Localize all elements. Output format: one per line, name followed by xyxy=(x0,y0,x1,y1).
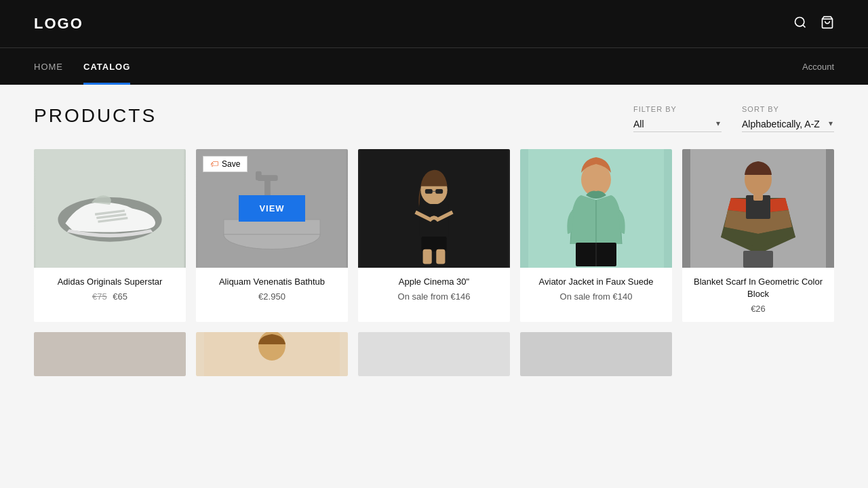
svg-rect-16 xyxy=(419,204,449,237)
filter-label: FILTER BY xyxy=(633,105,722,113)
nav-item-home[interactable]: HOME xyxy=(34,48,63,85)
product-info-4: Aviator Jacket in Faux Suede On sale fro… xyxy=(520,268,672,310)
sort-select[interactable]: Alphabetically, A-Z Alphabetically, Z-A … xyxy=(742,117,834,132)
product-image-4 xyxy=(520,149,672,268)
product-grid: Adidas Originals Superstar €75 €65 🏷 Sav… xyxy=(34,149,834,322)
product-image-7 xyxy=(196,332,348,376)
svg-rect-17 xyxy=(425,189,433,194)
bookmark-icon: 🏷 xyxy=(210,159,218,169)
product-name-4: Aviator Jacket in Faux Suede xyxy=(527,276,665,288)
save-badge[interactable]: 🏷 Save xyxy=(203,156,248,172)
svg-rect-32 xyxy=(743,251,773,268)
price-original-1: €75 xyxy=(92,291,107,302)
nav-account[interactable]: Account xyxy=(802,62,834,72)
product-card-1[interactable]: Adidas Originals Superstar €75 €65 xyxy=(34,149,186,322)
nav-links: HOME CATALOG xyxy=(34,48,130,85)
search-icon[interactable] xyxy=(793,16,807,33)
top-header: LOGO xyxy=(0,0,868,47)
svg-line-1 xyxy=(803,24,806,27)
product-price-4: On sale from €140 xyxy=(527,291,665,302)
product-card-2[interactable]: 🏷 Save VIEW Aliquam V xyxy=(196,149,348,322)
product-info-2: Aliquam Venenatis Bathtub €2.950 xyxy=(196,268,348,310)
sort-label: SORT BY xyxy=(742,105,834,113)
main-content: PRODUCTS FILTER BY All Men Women Accesso… xyxy=(0,85,868,488)
product-image-1 xyxy=(34,149,186,268)
view-button[interactable]: VIEW xyxy=(239,195,304,222)
product-image-6 xyxy=(34,332,186,376)
cart-icon[interactable] xyxy=(821,16,834,33)
product-image-8 xyxy=(358,332,510,376)
price-sale-5: €26 xyxy=(751,304,766,314)
product-image-3 xyxy=(358,149,510,268)
product-name-3: Apple Cinema 30" xyxy=(365,276,503,288)
product-price-1: €75 €65 xyxy=(41,291,179,302)
sort-select-wrapper: Alphabetically, A-Z Alphabetically, Z-A … xyxy=(742,117,834,132)
product-price-5: €26 xyxy=(689,304,827,314)
filter-select-wrapper: All Men Women Accessories xyxy=(633,117,722,132)
nav-item-catalog[interactable]: CATALOG xyxy=(83,48,130,85)
product-image-9 xyxy=(520,332,672,376)
save-label: Save xyxy=(222,159,240,169)
price-sale-1: €65 xyxy=(113,291,127,302)
filter-group: FILTER BY All Men Women Accessories xyxy=(633,105,722,132)
product-card-5[interactable]: Blanket Scarf In Geometric Color Block €… xyxy=(682,149,834,322)
product-name-2: Aliquam Venenatis Bathtub xyxy=(203,276,341,288)
price-sale-4: On sale from €140 xyxy=(560,291,633,302)
product-info-5: Blanket Scarf In Geometric Color Block €… xyxy=(682,268,834,322)
svg-point-0 xyxy=(795,17,804,26)
product-name-1: Adidas Originals Superstar xyxy=(41,276,179,288)
product-card-4[interactable]: Aviator Jacket in Faux Suede On sale fro… xyxy=(520,149,672,322)
product-card-placeholder xyxy=(682,332,834,376)
product-price-3: On sale from €146 xyxy=(365,291,503,302)
svg-rect-31 xyxy=(753,194,763,201)
product-price-2: €2.950 xyxy=(203,291,341,302)
product-name-5: Blanket Scarf In Geometric Color Block xyxy=(689,276,827,300)
header-icons xyxy=(793,16,834,33)
nav-bar: HOME CATALOG Account xyxy=(0,47,868,85)
product-card-9[interactable] xyxy=(520,332,672,376)
product-info-3: Apple Cinema 30" On sale from €146 xyxy=(358,268,510,310)
page-title: PRODUCTS xyxy=(34,105,157,127)
products-header: PRODUCTS FILTER BY All Men Women Accesso… xyxy=(34,105,834,132)
product-image-5 xyxy=(682,149,834,268)
logo: LOGO xyxy=(34,15,83,33)
product-info-1: Adidas Originals Superstar €75 €65 xyxy=(34,268,186,310)
price-sale-2: €2.950 xyxy=(258,291,285,302)
product-card-8[interactable] xyxy=(358,332,510,376)
price-sale-3: On sale from €146 xyxy=(398,291,471,302)
svg-rect-21 xyxy=(423,249,432,264)
svg-rect-22 xyxy=(436,249,445,264)
product-card-6[interactable] xyxy=(34,332,186,376)
filter-sort-area: FILTER BY All Men Women Accessories SORT… xyxy=(633,105,834,132)
filter-select[interactable]: All Men Women Accessories xyxy=(633,117,722,132)
sort-group: SORT BY Alphabetically, A-Z Alphabetical… xyxy=(742,105,834,132)
svg-rect-18 xyxy=(435,189,443,194)
product-grid-bottom xyxy=(34,332,834,376)
product-card-3[interactable]: Apple Cinema 30" On sale from €146 xyxy=(358,149,510,322)
product-card-7[interactable] xyxy=(196,332,348,376)
